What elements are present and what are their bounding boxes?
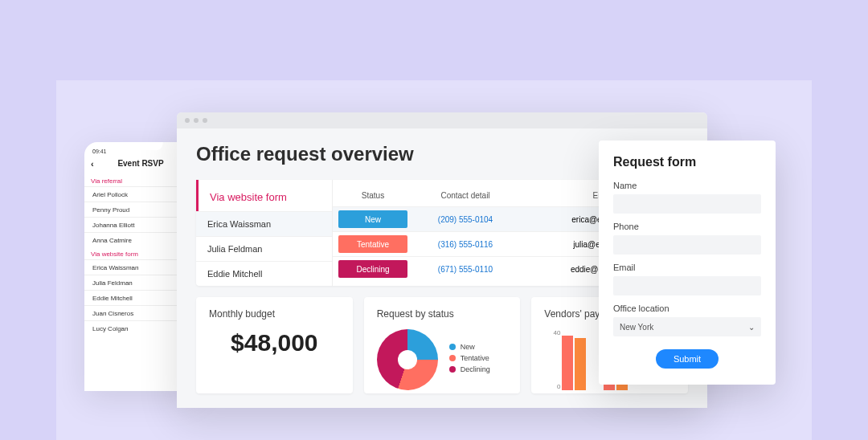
budget-title: Monthly budget (209, 308, 340, 320)
list-item-name: Anna Catmire (84, 237, 181, 244)
chrome-dot (194, 118, 199, 123)
label-name: Name (613, 181, 761, 190)
legend-item: New (449, 343, 490, 351)
col-contact: Contact detail (413, 191, 518, 200)
office-value: New York (620, 323, 653, 332)
label-phone: Phone (613, 222, 761, 231)
submit-button[interactable]: Submit (656, 349, 719, 369)
mobile-time: 09:41 (92, 149, 107, 154)
budget-widget: Monthly budget $48,000 (196, 297, 353, 393)
list-item-name: Erica Waissman (84, 264, 181, 271)
list-item-name: Juan Cisneros (84, 310, 181, 317)
bars-y-axis: 40 0 (544, 329, 560, 390)
list-item-name: Johanna Elliott (84, 222, 181, 229)
bar (575, 338, 586, 390)
bar-group (562, 336, 586, 390)
contact-link[interactable]: (209) 555-0104 (413, 215, 518, 224)
legend-dot (449, 366, 456, 373)
contact-link[interactable]: (316) 555-0116 (413, 240, 518, 249)
office-select[interactable]: New York ⌄ (613, 317, 761, 336)
budget-value: $48,000 (209, 329, 340, 356)
col-status: Status (333, 191, 413, 200)
mobile-title: Event RSVP (117, 159, 163, 168)
legend-dot (449, 344, 456, 350)
table-row-name[interactable]: Erica Waissman (196, 211, 332, 236)
legend-item: Tentative (449, 354, 490, 362)
status-pill: New (338, 210, 407, 228)
status-pill: Tentative (338, 235, 407, 253)
form-title: Request form (613, 155, 761, 169)
back-icon[interactable]: ‹ (91, 159, 94, 169)
list-item-name: Julia Feldman (84, 279, 181, 287)
contact-link[interactable]: (671) 555-0110 (413, 265, 518, 274)
chrome-dot (203, 118, 207, 123)
list-item-name: Ariel Pollock (84, 191, 181, 198)
table-section-title: Via website form (196, 180, 332, 211)
bar (562, 336, 573, 390)
request-form-panel: Request form Name Phone Email Office loc… (599, 141, 776, 385)
mobile-notch (119, 142, 163, 150)
label-office: Office location (613, 304, 761, 313)
table-row-name[interactable]: Julia Feldman (196, 236, 332, 261)
chrome-dot (185, 118, 190, 123)
phone-field[interactable] (613, 235, 761, 255)
email-field[interactable] (613, 276, 761, 295)
list-item-name: Eddie Mitchell (84, 295, 181, 302)
table-row-name[interactable]: Eddie Mitchell (196, 261, 332, 286)
pie-chart (377, 329, 438, 390)
list-item-name: Penny Proud (84, 206, 181, 214)
legend-item: Declining (449, 365, 490, 373)
pie-legend: NewTentativeDeclining (449, 343, 490, 377)
chevron-down-icon: ⌄ (748, 323, 755, 332)
label-email: Email (613, 263, 761, 272)
status-pill: Declining (338, 260, 407, 278)
list-item-name: Lucy Colgan (84, 325, 181, 332)
name-field[interactable] (613, 194, 761, 214)
pie-widget: Request by status NewTentativeDeclining (364, 297, 521, 393)
pie-title: Request by status (377, 308, 508, 320)
legend-dot (449, 355, 456, 361)
window-chrome (177, 112, 707, 128)
